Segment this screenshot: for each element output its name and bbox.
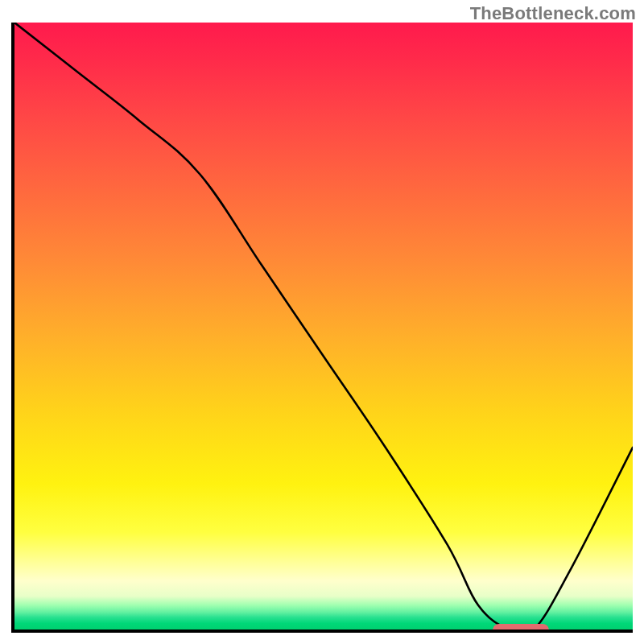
attribution-text: TheBottleneck.com bbox=[470, 3, 636, 24]
curve-path bbox=[14, 23, 633, 630]
bottleneck-curve bbox=[14, 23, 633, 630]
chart-plot-area bbox=[14, 23, 633, 630]
chart-frame bbox=[11, 23, 633, 633]
optimal-range-marker bbox=[493, 624, 548, 630]
